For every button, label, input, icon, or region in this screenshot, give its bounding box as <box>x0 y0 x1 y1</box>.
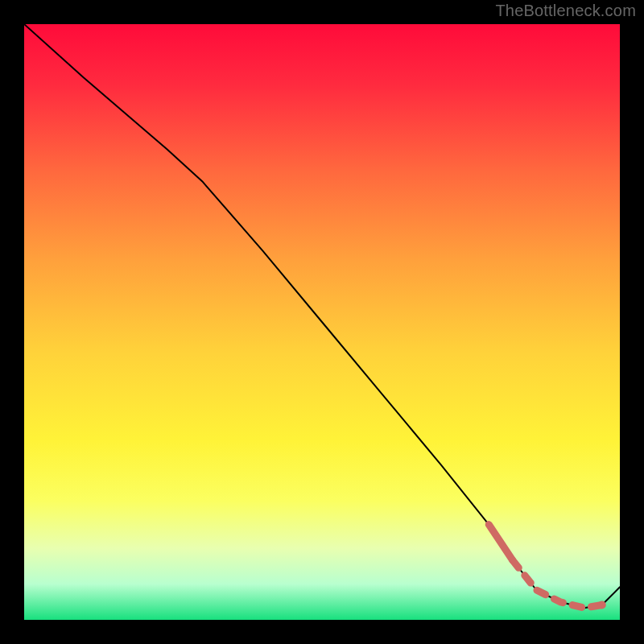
plot-area <box>24 24 620 620</box>
series-accent-end-dot <box>598 601 606 609</box>
chart-stage: TheBottleneck.com <box>0 0 644 644</box>
plot-svg <box>24 24 620 620</box>
watermark-text: TheBottleneck.com <box>495 2 636 20</box>
